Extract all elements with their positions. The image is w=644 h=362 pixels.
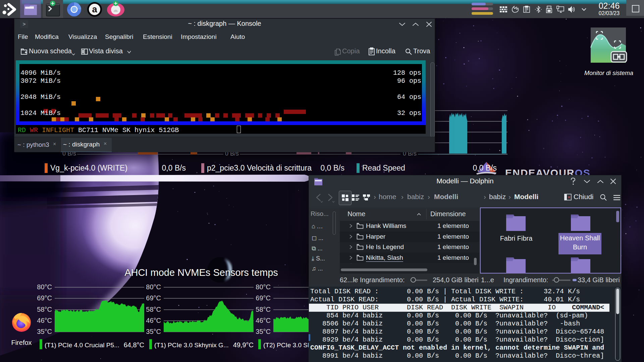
svg-text:a: a bbox=[92, 4, 97, 14]
